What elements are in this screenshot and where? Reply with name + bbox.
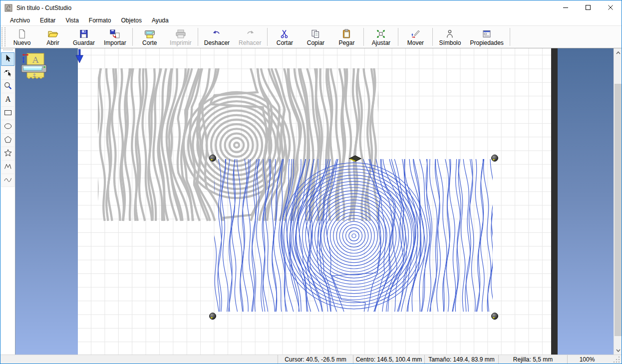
toolbar-button-label: Propiedades [470,39,503,46]
palette-grip[interactable] [3,49,12,52]
close-button[interactable] [599,0,622,15]
menu-item-formato[interactable]: Formato [84,16,116,25]
toolbar-separator [398,28,398,46]
tool-curve[interactable] [1,174,14,187]
cutstudio-window: Sin título - CutStudio ArchivoEditarVist… [0,0,622,364]
status-zoom-level: 100% [567,355,607,364]
resize-grip-icon[interactable] [607,355,622,364]
toolbar-button-label: Pegar [338,39,354,46]
toolbar-button-label: Deshacer [204,39,230,46]
toolbar-button-label: Guardar [73,39,95,46]
status-bar: Cursor: 40.5, -26.5 mmCentro: 146.5, 100… [0,355,622,364]
mid-handle[interactable] [349,156,361,162]
tool-select[interactable] [1,52,14,66]
tool-polyline[interactable] [1,160,14,174]
close-icon [608,4,614,12]
toolbar-button-label: Imprimir [170,39,191,46]
fit-icon [376,28,386,39]
symbol-icon [445,28,455,39]
propiedades-button[interactable]: Propiedades [465,26,508,48]
toolbar-separator [132,28,133,46]
properties-icon [482,28,492,39]
text-icon: A [3,95,12,105]
save-floppy-icon [79,28,89,39]
tool-text[interactable]: A [1,93,14,106]
canvas-viewport[interactable]: A [15,48,614,355]
tool-zoom[interactable] [1,79,14,93]
menu-item-archivo[interactable]: Archivo [5,16,35,25]
status-size-display: Tamaño: 149.4, 83.9 mm [424,355,498,364]
printer-icon [175,28,186,39]
toolbar-button-label: Cortar [277,39,293,46]
minimize-icon [563,4,569,12]
tool-rectangle[interactable] [1,106,14,120]
tool-ellipse[interactable] [1,120,14,133]
nuevo-button[interactable]: Nuevo [6,26,37,48]
tool-polygon[interactable] [1,133,14,147]
deshacer-button[interactable]: Deshacer [200,26,234,48]
cut-plotter-icon [144,28,155,39]
ellipse-icon [3,122,12,132]
import-icon [109,28,120,39]
menu-item-editar[interactable]: Editar [35,16,60,25]
svg-text:A: A [4,95,10,103]
toolbar-button-label: Mover [407,39,424,46]
copiar-button[interactable]: Copiar [300,26,331,48]
simbolo-button[interactable]: Símbolo [434,26,465,48]
imprimir-button: Imprimir [165,26,196,48]
corner-handle[interactable] [210,155,216,162]
maximize-button[interactable] [577,0,599,15]
magnifier-icon [3,81,12,92]
status-grid-size: Rejilla: 5,5 mm [498,355,567,364]
scroll-down-icon[interactable] [614,346,622,355]
toolbar-grip[interactable] [1,27,5,46]
gray-engraving-image[interactable] [92,68,384,221]
select-arrow-icon [3,54,12,64]
maximize-icon [585,4,591,12]
tool-star[interactable] [1,147,14,160]
toolbar-separator [510,28,510,46]
scrollbar-thumb[interactable] [615,84,622,336]
toolbar-separator [267,28,268,46]
open-folder-icon [47,28,58,39]
corner-handle[interactable] [492,313,498,320]
polyline-icon [3,162,12,173]
menu-bar: ArchivoEditarVistaFormatoObjetosAyuda [0,15,622,25]
corte-button[interactable]: Corte [134,26,165,48]
toolbar-button-label: Ajustar [372,39,390,46]
pegar-button[interactable]: Pegar [331,26,362,48]
origin-arrow-icon [76,49,83,63]
tool-node-edit[interactable] [1,66,14,79]
importar-button[interactable]: Importar [99,26,131,48]
menu-item-objetos[interactable]: Objetos [116,16,147,25]
window-controls [554,0,622,15]
vertical-scrollbar[interactable] [614,48,622,355]
toolbar-button-label: Símbolo [439,39,461,46]
menu-item-ayuda[interactable]: Ayuda [147,16,174,25]
toolbar-button-label: Rehacer [239,39,261,46]
main-toolbar: NuevoAbrirGuardarImportarCorteImprimirDe… [0,25,622,48]
toolbar-button-label: Corte [142,39,157,46]
redo-icon [245,28,256,39]
artwork-overlay [15,48,614,355]
guardar-button[interactable]: Guardar [68,26,99,48]
curve-icon [3,175,12,185]
status-cursor-position: Cursor: 40.5, -26.5 mm [278,355,353,364]
menu-item-vista[interactable]: Vista [60,16,83,25]
app-icon [4,4,12,12]
scroll-up-icon[interactable] [614,48,622,57]
abrir-button[interactable]: Abrir [37,26,68,48]
toolbar-button-label: Nuevo [13,39,31,46]
minimize-button[interactable] [554,0,577,15]
toolbar-separator [363,28,364,46]
cortar-button[interactable]: Cortar [269,26,300,48]
corner-handle[interactable] [492,155,498,162]
corner-handle[interactable] [210,313,216,320]
ajustar-button[interactable]: Ajustar [365,26,396,48]
node-edit-icon [3,68,12,78]
status-center-position: Centro: 146.5, 100.4 mm [353,355,424,364]
new-document-icon [17,28,27,39]
mover-button[interactable]: Mover [400,26,431,48]
title-bar: Sin título - CutStudio [0,0,622,15]
polygon-icon [3,135,12,146]
